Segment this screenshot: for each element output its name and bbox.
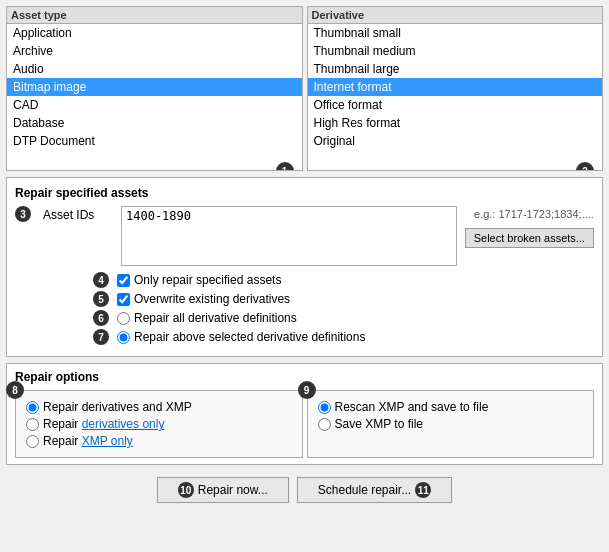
list-item[interactable]: Archive: [7, 42, 302, 60]
list-item[interactable]: High Res format: [308, 114, 603, 132]
repair-above-radio[interactable]: [117, 331, 130, 344]
badge-1: 1: [276, 162, 294, 171]
repair-specified-title: Repair specified assets: [15, 186, 594, 200]
badge-8: 8: [6, 381, 24, 399]
repair-above-label: Repair above selected derivative definit…: [134, 330, 365, 344]
derivative-header: Derivative: [308, 7, 603, 24]
asset-ids-row: 3 Asset IDs 1400-1890 e.g.: 1717-1723;18…: [15, 206, 594, 266]
rescan-xmp-row: Rescan XMP and save to file: [318, 400, 584, 414]
overwrite-row: 5 Overwrite existing derivatives: [93, 291, 594, 307]
main-container: Asset type Application Archive Audio Bit…: [0, 0, 609, 552]
list-item[interactable]: Office format: [308, 96, 603, 114]
repair-deriv-xmp-label: Repair derivatives and XMP: [43, 400, 192, 414]
list-item[interactable]: Database: [7, 114, 302, 132]
repair-xmp-only-row: Repair XMP only: [26, 434, 292, 448]
badge-4: 4: [93, 272, 109, 288]
repair-options-body: 8 Repair derivatives and XMP Repair deri…: [15, 390, 594, 458]
asset-type-list: Application Archive Audio Bitmap image C…: [7, 24, 302, 150]
repair-all-label: Repair all derivative definitions: [134, 311, 297, 325]
repair-deriv-only-radio[interactable]: [26, 418, 39, 431]
rescan-xmp-label: Rescan XMP and save to file: [335, 400, 489, 414]
list-item[interactable]: Thumbnail large: [308, 60, 603, 78]
only-repair-checkbox[interactable]: [117, 274, 130, 287]
repair-right-box: 9 Rescan XMP and save to file Save XMP t…: [307, 390, 595, 458]
list-item[interactable]: Thumbnail medium: [308, 42, 603, 60]
badge-3: 3: [15, 206, 31, 222]
save-xmp-row: Save XMP to file: [318, 417, 584, 431]
list-item[interactable]: DTP Document: [7, 132, 302, 150]
repair-deriv-only-row: Repair derivatives only: [26, 417, 292, 431]
badge-9: 9: [298, 381, 316, 399]
rescan-xmp-radio[interactable]: [318, 401, 331, 414]
badge-7: 7: [93, 329, 109, 345]
list-item[interactable]: Application: [7, 24, 302, 42]
list-item[interactable]: Original: [308, 132, 603, 150]
schedule-repair-button[interactable]: Schedule repair... 11: [297, 477, 452, 503]
right-col: e.g.: 1717-1723;1834;.... Select broken …: [465, 206, 594, 248]
repair-now-label: Repair now...: [198, 483, 268, 497]
list-item-bitmap[interactable]: Bitmap image: [7, 78, 302, 96]
asset-ids-label: Asset IDs: [43, 206, 113, 222]
repair-now-button[interactable]: 10 Repair now...: [157, 477, 289, 503]
repair-above-row: 7 Repair above selected derivative defin…: [93, 329, 594, 345]
overwrite-label: Overwrite existing derivatives: [134, 292, 290, 306]
only-repair-row: 4 Only repair specified assets: [93, 272, 594, 288]
deriv-only-link[interactable]: derivatives only: [82, 417, 165, 431]
asset-type-header: Asset type: [7, 7, 302, 24]
save-xmp-label: Save XMP to file: [335, 417, 424, 431]
asset-type-panel: Asset type Application Archive Audio Bit…: [6, 6, 303, 171]
schedule-repair-label: Schedule repair...: [318, 483, 411, 497]
bottom-buttons: 10 Repair now... Schedule repair... 11: [6, 471, 603, 509]
badge-6: 6: [93, 310, 109, 326]
top-section: Asset type Application Archive Audio Bit…: [6, 6, 603, 171]
repair-deriv-xmp-radio[interactable]: [26, 401, 39, 414]
list-item[interactable]: Audio: [7, 60, 302, 78]
repair-xmp-only-radio[interactable]: [26, 435, 39, 448]
list-item-internet[interactable]: Internet format: [308, 78, 603, 96]
repair-all-row: 6 Repair all derivative definitions: [93, 310, 594, 326]
list-item-cad[interactable]: CAD: [7, 96, 302, 114]
derivative-list: Thumbnail small Thumbnail medium Thumbna…: [308, 24, 603, 150]
badge-2: 2: [576, 162, 594, 171]
only-repair-label: Only repair specified assets: [134, 273, 281, 287]
overwrite-checkbox[interactable]: [117, 293, 130, 306]
repair-left-box: 8 Repair derivatives and XMP Repair deri…: [15, 390, 303, 458]
xmp-only-link[interactable]: XMP only: [82, 434, 133, 448]
save-xmp-radio[interactable]: [318, 418, 331, 431]
repair-deriv-only-label: Repair derivatives only: [43, 417, 164, 431]
repair-deriv-xmp-row: Repair derivatives and XMP: [26, 400, 292, 414]
asset-ids-input[interactable]: 1400-1890: [121, 206, 457, 266]
derivative-panel: Derivative Thumbnail small Thumbnail med…: [307, 6, 604, 171]
list-item[interactable]: Thumbnail small: [308, 24, 603, 42]
repair-xmp-only-label: Repair XMP only: [43, 434, 133, 448]
badge-5: 5: [93, 291, 109, 307]
repair-options-section: Repair options 8 Repair derivatives and …: [6, 363, 603, 465]
select-broken-button[interactable]: Select broken assets...: [465, 228, 594, 248]
repair-specified-section: Repair specified assets 3 Asset IDs 1400…: [6, 177, 603, 357]
repair-all-radio[interactable]: [117, 312, 130, 325]
badge-10: 10: [178, 482, 194, 498]
example-hint: e.g.: 1717-1723;1834;....: [474, 206, 594, 220]
badge-11: 11: [415, 482, 431, 498]
